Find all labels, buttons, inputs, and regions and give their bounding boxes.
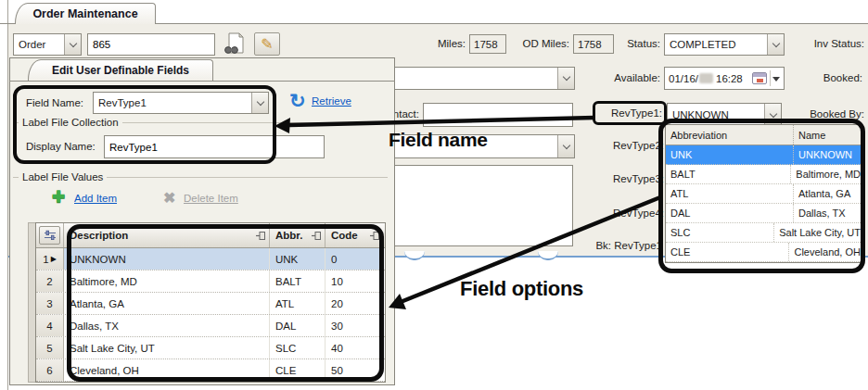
refresh-icon: ↻ xyxy=(289,92,306,110)
sliders-icon xyxy=(44,230,57,241)
grid-left-gutter xyxy=(28,222,35,383)
table-row[interactable]: 3 Atlanta, GA ATL 20 xyxy=(36,293,385,315)
cell-abbr[interactable]: SLC xyxy=(270,337,326,359)
window-left-border xyxy=(7,0,8,390)
dropdown-column-name[interactable]: Name xyxy=(794,125,861,145)
cell-description[interactable]: Dallas, TX xyxy=(64,315,270,336)
cell-abbr[interactable]: BALT xyxy=(270,270,326,292)
order-number-input[interactable] xyxy=(87,33,215,56)
table-row[interactable]: 1 ▶ UNKNOWN UNK 0 xyxy=(36,248,385,270)
order-type-select[interactable]: Order xyxy=(13,33,82,56)
table-row[interactable]: 6 Cleveland, OH CLE 50 xyxy=(36,359,385,382)
comments-textarea[interactable] xyxy=(389,165,573,246)
row-header-cell[interactable]: 3 xyxy=(36,293,64,314)
row-header-cell[interactable]: 4 xyxy=(36,315,64,336)
field-name-dropdown-button[interactable] xyxy=(251,93,268,113)
document-search-icon xyxy=(221,31,249,57)
row-selector-arrow-icon: ▶ xyxy=(51,256,57,263)
available-label: Available: xyxy=(603,72,660,83)
list-item[interactable]: DAL Dallas, TX xyxy=(666,204,861,223)
cell-abbr[interactable]: ATL xyxy=(270,293,326,314)
list-item[interactable]: BALT Baltimore, MD xyxy=(666,165,861,184)
status-select[interactable]: COMPLETED xyxy=(664,33,785,56)
grid-settings-button[interactable] xyxy=(39,226,60,245)
calendar-icon[interactable] xyxy=(752,72,767,84)
bk-revtype1-label: Bk: RevType1 xyxy=(584,240,662,251)
cell-description[interactable]: Cleveland, OH xyxy=(64,359,270,381)
tab-order-maintenance[interactable]: Order Maintenance xyxy=(15,3,156,24)
dropdown-column-abbreviation[interactable]: Abbreviation xyxy=(666,125,794,145)
status-dropdown-button[interactable] xyxy=(767,34,784,55)
display-name-input[interactable] xyxy=(104,135,325,158)
list-item[interactable]: ATL Atlanta, GA xyxy=(666,184,861,204)
chevron-down-icon xyxy=(769,109,776,117)
item-abbr: CLE xyxy=(666,243,789,261)
row-header-cell[interactable]: 6 xyxy=(36,359,64,381)
revtype1-label: RevType1: xyxy=(611,107,662,119)
list-item[interactable]: UNK UNKNOWN xyxy=(666,145,861,165)
list-item[interactable]: SLC Salt Lake City, UT xyxy=(666,223,861,243)
table-row[interactable]: 5 Salt Lake City, UT SLC 40 xyxy=(36,337,385,359)
chevron-down-icon xyxy=(562,73,569,81)
cell-code[interactable]: 50 xyxy=(326,359,383,381)
order-type-dropdown-button[interactable] xyxy=(64,34,81,55)
retrieve-link[interactable]: Retrieve xyxy=(312,95,351,107)
pin-icon[interactable] xyxy=(311,231,322,241)
cell-description[interactable]: Baltimore, MD xyxy=(64,270,270,292)
pin-icon[interactable] xyxy=(255,231,266,241)
cell-abbr[interactable]: UNK xyxy=(270,248,326,270)
order-extra-dropdown-button[interactable] xyxy=(557,135,574,157)
cell-code[interactable]: 20 xyxy=(326,293,383,314)
item-abbr: ATL xyxy=(666,184,794,203)
cell-abbr[interactable]: CLE xyxy=(270,359,326,381)
tab-edit-user-definable-fields[interactable]: Edit User Definable Fields xyxy=(28,59,213,81)
item-name: Cleveland, OH xyxy=(789,243,861,261)
cell-description[interactable]: UNKNOWN xyxy=(64,248,270,270)
column-header-abbr[interactable]: Abbr. xyxy=(270,223,326,247)
cell-description[interactable]: Atlanta, GA xyxy=(64,293,270,314)
item-abbr: DAL xyxy=(666,204,794,222)
cell-code[interactable]: 30 xyxy=(326,315,383,336)
splitter-curve-icon xyxy=(538,251,558,260)
label-values-grid: Description Abbr. Code xyxy=(35,222,386,383)
revtype1-value: UNKNOWN xyxy=(668,104,764,126)
field-name-label: Field Name: xyxy=(26,97,83,108)
edit-order-button[interactable]: ✎ xyxy=(254,32,280,56)
cell-code[interactable]: 40 xyxy=(326,337,383,359)
date-dropdown-arrow-icon[interactable] xyxy=(772,77,780,85)
column-header-code[interactable]: Code xyxy=(326,223,383,247)
miles-value: 1758 xyxy=(469,34,506,54)
item-name: Salt Lake City, UT xyxy=(774,223,861,242)
pin-icon[interactable] xyxy=(369,231,380,241)
row-header-cell[interactable]: 1 ▶ xyxy=(36,248,64,270)
item-abbr: SLC xyxy=(666,223,774,242)
order-detail-dropdown-button[interactable] xyxy=(557,68,574,89)
redacted-year xyxy=(699,73,713,83)
order-type-value: Order xyxy=(14,34,64,55)
list-item[interactable]: CLE Cleveland, OH xyxy=(666,243,861,262)
table-row[interactable]: 4 Dallas, TX DAL 30 xyxy=(36,315,385,337)
column-header-description[interactable]: Description xyxy=(64,223,270,247)
table-row[interactable]: 2 Baltimore, MD BALT 10 xyxy=(36,270,385,293)
cell-code[interactable]: 0 xyxy=(326,248,383,270)
available-date-field[interactable]: 01/16/ 16:28 xyxy=(664,67,785,90)
chevron-down-icon xyxy=(256,97,263,105)
delete-item-icon: ✖ xyxy=(163,189,175,207)
grid-header-row: Description Abbr. Code xyxy=(36,223,385,248)
find-order-button[interactable] xyxy=(221,31,249,57)
cell-description[interactable]: Salt Lake City, UT xyxy=(64,337,270,359)
cell-abbr[interactable]: DAL xyxy=(270,315,326,336)
item-name: UNKNOWN xyxy=(794,145,861,164)
item-abbr: BALT xyxy=(666,165,791,183)
contact-input[interactable] xyxy=(423,103,573,127)
chevron-down-icon xyxy=(772,39,779,46)
delete-item-link: Delete Item xyxy=(184,193,238,204)
add-item-link[interactable]: Add Item xyxy=(74,193,117,204)
display-name-label: Display Name: xyxy=(26,141,96,152)
field-name-select[interactable]: RevType1 xyxy=(93,92,269,114)
revtype1-dropdown-button[interactable] xyxy=(764,104,781,126)
row-header-cell[interactable]: 5 xyxy=(36,337,64,359)
row-header-cell[interactable]: 2 xyxy=(36,270,64,292)
cell-code[interactable]: 10 xyxy=(326,270,383,292)
collection-group-label: Label File Collection xyxy=(19,117,122,128)
